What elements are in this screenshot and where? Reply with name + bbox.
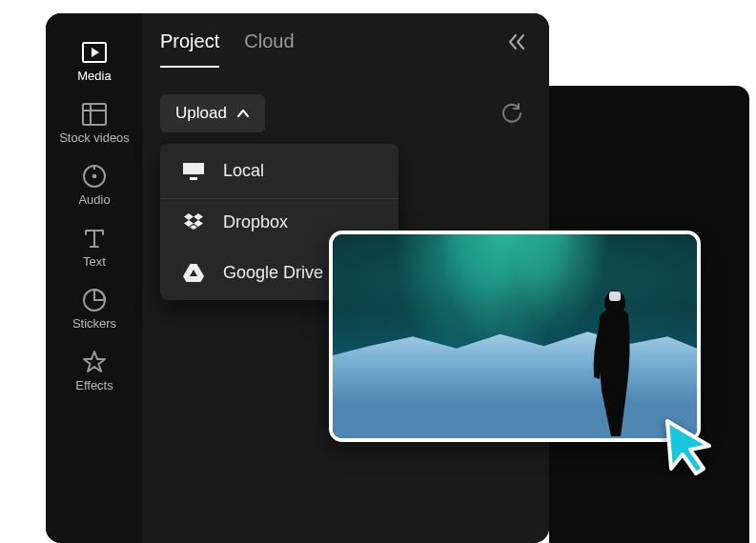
media-icon: [82, 40, 107, 65]
cursor-pointer-icon: [662, 417, 717, 476]
sidebar: Media Stock videos Audio Text Stickers: [46, 13, 143, 543]
svg-rect-10: [190, 177, 197, 180]
sidebar-item-label: Stock videos: [59, 131, 130, 145]
monitor-icon: [183, 163, 204, 180]
thumbnail-image-person: [579, 286, 645, 438]
menu-item-label: Dropbox: [223, 212, 288, 232]
sidebar-item-media[interactable]: Media: [46, 36, 143, 87]
chevron-up-icon: [236, 109, 250, 118]
refresh-icon: [501, 103, 522, 124]
toolbar: Upload: [160, 94, 532, 132]
svg-point-6: [92, 174, 97, 179]
google-drive-icon: [183, 264, 204, 283]
sidebar-item-label: Effects: [75, 378, 113, 392]
effects-icon: [82, 350, 107, 374]
sidebar-item-label: Text: [83, 254, 106, 269]
audio-icon: [82, 164, 107, 189]
sidebar-item-effects[interactable]: Effects: [46, 346, 143, 396]
sidebar-item-text[interactable]: Text: [46, 222, 143, 272]
svg-rect-12: [609, 292, 621, 301]
menu-item-local[interactable]: Local: [160, 144, 398, 199]
menu-item-label: Local: [223, 161, 264, 181]
chevron-double-left-icon: [507, 32, 528, 51]
sidebar-item-stock-videos[interactable]: Stock videos: [46, 98, 143, 149]
dropbox-icon: [183, 213, 204, 232]
tab-cloud[interactable]: Cloud: [244, 30, 294, 68]
upload-button[interactable]: Upload: [160, 94, 265, 132]
media-thumbnail[interactable]: [329, 231, 701, 442]
menu-item-label: Google Drive: [223, 263, 323, 283]
svg-rect-9: [183, 163, 204, 174]
svg-marker-1: [92, 48, 99, 57]
upload-button-label: Upload: [175, 104, 227, 123]
tab-project[interactable]: Project: [160, 30, 219, 68]
tabs: Project Cloud: [160, 30, 532, 68]
stock-videos-icon: [82, 102, 107, 127]
sidebar-item-stickers[interactable]: Stickers: [46, 284, 143, 334]
sidebar-item-label: Audio: [78, 192, 110, 207]
svg-rect-2: [83, 104, 106, 125]
sidebar-item-label: Stickers: [72, 316, 116, 331]
text-icon: [82, 226, 107, 251]
stickers-icon: [82, 288, 107, 312]
sidebar-item-audio[interactable]: Audio: [46, 160, 143, 211]
collapse-panel-button[interactable]: [507, 32, 528, 51]
refresh-button[interactable]: [501, 103, 522, 124]
sidebar-item-label: Media: [77, 69, 111, 83]
